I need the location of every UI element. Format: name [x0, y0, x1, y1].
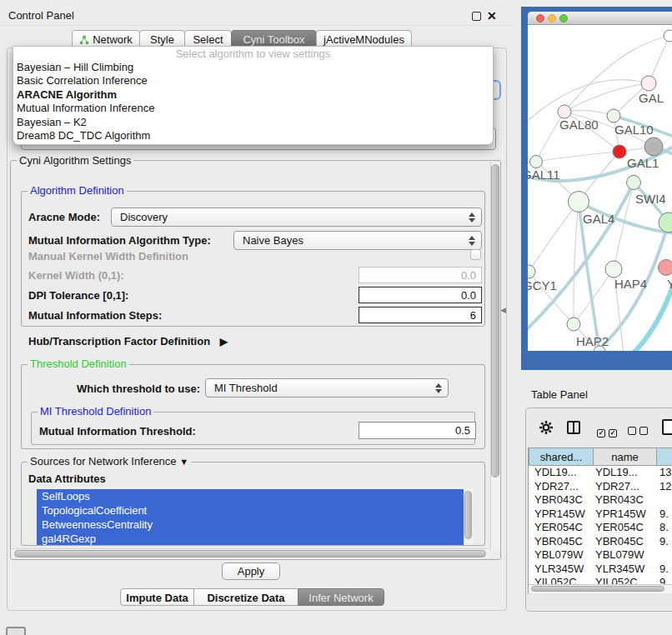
mi-threshold-field[interactable]: 0.5 — [359, 422, 476, 439]
close-window-icon[interactable] — [536, 14, 544, 22]
table-cell[interactable] — [656, 493, 659, 508]
table-cell[interactable]: YBR043C — [593, 493, 656, 508]
table-cell[interactable]: YER054C — [593, 521, 656, 535]
graph-edge[interactable] — [536, 152, 619, 162]
minimize-window-icon[interactable] — [548, 14, 556, 22]
algorithm-dropdown-popup[interactable]: Select algorithm to view settings Bayesi… — [13, 46, 494, 145]
algorithm-option[interactable]: Bayesian – K2 — [13, 116, 493, 129]
graph-node-gray-node[interactable] — [644, 138, 663, 156]
table-cell[interactable]: 8. — [656, 521, 669, 535]
table-row[interactable]: YLR345WYLR345W9. — [529, 562, 672, 577]
table-cell[interactable]: 9. — [656, 508, 669, 522]
table-cell[interactable]: YBR045C — [529, 535, 593, 549]
algorithm-option[interactable]: Bayesian – Hill Climbing — [13, 61, 493, 74]
table-cell[interactable]: YBL079W — [529, 548, 593, 562]
graph-node-gal11[interactable] — [530, 156, 543, 168]
panel-splitter-arrow-icon[interactable]: ◀ — [500, 306, 506, 314]
column-header-name[interactable]: name — [593, 448, 657, 466]
table-row[interactable]: YPR145WYPR145W9. — [529, 508, 672, 522]
table-cell[interactable]: YDR27... — [593, 480, 656, 494]
graph-edge[interactable] — [574, 202, 579, 324]
zoom-window-icon[interactable] — [559, 14, 568, 22]
table-cell[interactable]: YER054C — [529, 521, 593, 535]
table-cell[interactable]: YBR045C — [593, 535, 656, 549]
table-cell[interactable]: 9. — [656, 535, 669, 549]
data-attribute-item[interactable]: TopologicalCoefficient — [37, 503, 464, 518]
graph-node-gal7[interactable] — [641, 76, 656, 91]
kernel-width-field[interactable]: 0.0 — [359, 267, 482, 283]
table-cell[interactable]: 13 — [656, 466, 671, 480]
graph-node-gal80[interactable] — [558, 105, 571, 118]
graph-node-top-partial[interactable] — [664, 30, 672, 42]
attributes-vscrollbar-thumb[interactable] — [464, 491, 472, 539]
table-cell[interactable]: YDL19... — [593, 466, 656, 480]
algorithm-option[interactable]: Mutual Information Inference — [13, 102, 493, 115]
column-header-shared[interactable]: shared... — [529, 448, 594, 466]
data-attributes-list[interactable]: SelfLoopsTopologicalCoefficientBetweenne… — [37, 489, 464, 545]
table-cell[interactable]: 9. — [656, 562, 669, 577]
close-panel-icon[interactable]: ✕ — [487, 9, 497, 22]
table-hscrollbar-thumb[interactable] — [531, 586, 664, 592]
graph-edge[interactable] — [614, 182, 634, 269]
table-row[interactable]: YBL079WYBL079W — [529, 548, 672, 562]
table-cell[interactable]: YIL052C — [593, 576, 656, 584]
graph-edge[interactable] — [564, 110, 614, 116]
table-row[interactable]: YDR27...YDR27...12 — [529, 480, 672, 494]
table-row[interactable]: YDL19...YDL19...13 — [529, 466, 672, 480]
table-row[interactable]: YBR045CYBR045C9. — [529, 535, 672, 549]
minimized-panel-icon[interactable] — [6, 627, 26, 635]
tab-select[interactable]: Select — [184, 30, 232, 48]
table-cell[interactable]: 12 — [656, 480, 671, 494]
table-cell[interactable]: YBR043C — [529, 493, 593, 508]
manual-kernel-checkbox[interactable] — [470, 249, 481, 260]
graph-node-salmon-node[interactable] — [659, 260, 672, 276]
document-icon[interactable] — [662, 419, 672, 435]
algorithm-option[interactable]: Basic Correlation Inference — [13, 74, 493, 88]
network-window-titlebar[interactable] — [528, 12, 672, 25]
mi-steps-field[interactable]: 6 — [359, 307, 482, 323]
table-cell[interactable]: YBL079W — [593, 548, 656, 562]
graph-node-gcy1[interactable] — [528, 265, 535, 278]
settings-hscrollbar-thumb[interactable] — [14, 550, 486, 558]
column-header-partial[interactable]: A — [656, 448, 672, 466]
table-cell[interactable] — [656, 548, 659, 562]
which-threshold-combo[interactable]: MI Threshold — [205, 378, 449, 398]
columns-icon[interactable] — [567, 421, 580, 434]
settings-vscrollbar-thumb[interactable] — [491, 164, 499, 478]
table-cell[interactable]: YLR345W — [529, 562, 593, 577]
table-cell[interactable]: YDR27... — [529, 480, 593, 494]
graph-node-hap4[interactable] — [605, 261, 622, 278]
tab-infer-network[interactable]: Infer Network — [298, 588, 384, 606]
data-attribute-item[interactable]: BetweennessCentrality — [37, 518, 464, 532]
network-canvas[interactable]: GALGAL80GAL10GAL1GAL11SWI4GAL4GCY1HAP4YH… — [528, 25, 672, 351]
tab-network[interactable]: Network — [72, 30, 140, 48]
graph-node-gal10[interactable] — [607, 109, 620, 122]
table-cell[interactable]: YIL052C — [529, 576, 593, 584]
tab-discretize-data[interactable]: Discretize Data — [193, 588, 298, 606]
tab-style[interactable]: Style — [139, 30, 185, 48]
algorithm-option[interactable]: Dream8 DC_TDC Algorithm — [13, 129, 493, 142]
gear-icon[interactable] — [539, 420, 554, 438]
select-all-checks-icon[interactable]: ✓✓ — [597, 425, 620, 438]
sources-group-title[interactable]: Sources for Network Inference ▼ — [28, 456, 191, 468]
tab-cyni-toolbox[interactable]: Cyni Toolbox — [231, 30, 317, 48]
expand-arrow-icon[interactable]: ▶ — [220, 336, 228, 348]
mi-type-combo[interactable]: Naive Bayes — [233, 231, 482, 250]
collapse-arrow-icon[interactable]: ▼ — [179, 457, 188, 467]
dpi-tolerance-field[interactable]: 0.0 — [359, 287, 482, 303]
table-row[interactable]: YBR043CYBR043C — [529, 493, 672, 508]
data-attribute-item[interactable]: gal4RGexp — [37, 532, 464, 545]
table-cell[interactable]: YLR345W — [593, 562, 656, 577]
graph-node-gal4[interactable] — [569, 192, 589, 212]
deselect-all-checks-icon[interactable] — [628, 425, 651, 438]
graph-edge[interactable] — [529, 202, 579, 272]
graph-node-gal1[interactable] — [613, 145, 626, 158]
table-row[interactable]: YIL052CYIL052C9. — [529, 576, 672, 584]
table-cell[interactable]: YDL19... — [529, 466, 593, 480]
table-cell[interactable]: YPR145W — [593, 508, 656, 522]
aracne-mode-combo[interactable]: Discovery — [111, 208, 482, 227]
tab-impute-data[interactable]: Impute Data — [120, 588, 194, 606]
graph-node-swi4[interactable] — [627, 176, 641, 190]
table-cell[interactable]: YPR145W — [529, 508, 593, 522]
tab-jactivemnodules[interactable]: jActiveMNodules — [316, 30, 412, 48]
